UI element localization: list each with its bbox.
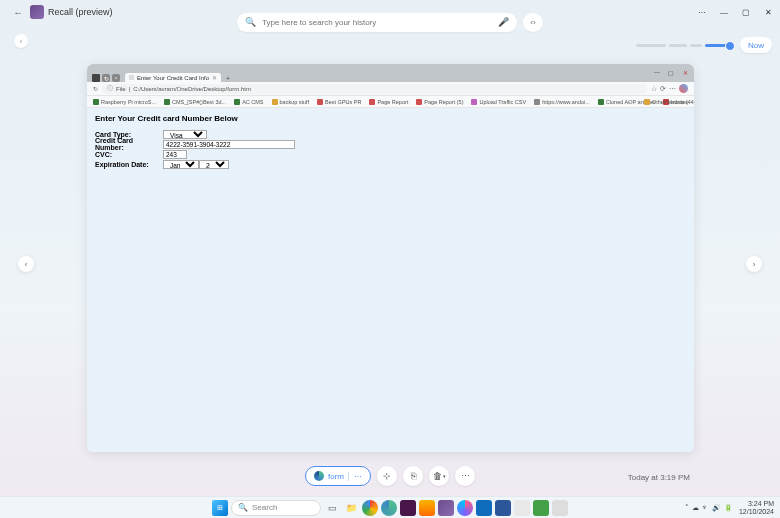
cc-number-label: Credit Card Number: (95, 137, 163, 151)
pill-label: form (328, 472, 344, 481)
explorer-icon[interactable]: 📁 (343, 500, 359, 516)
next-snapshot-button[interactable]: › (746, 256, 762, 272)
reload-icon[interactable]: ↻ (93, 85, 98, 92)
snapshot-window: ↻ ▫ Enter Your Credit Card Info ✕ + — ▢ … (87, 64, 694, 452)
tray-icon[interactable]: 🔊 (712, 504, 721, 512)
tray-icon[interactable]: 🔋 (724, 504, 733, 512)
start-button[interactable]: ⊞ (212, 500, 228, 516)
recall-icon[interactable] (438, 500, 454, 516)
bookmark-icon (416, 99, 422, 105)
other-favorites[interactable]: Other favorites (644, 99, 688, 105)
tab-pin-icon[interactable]: ▫ (112, 74, 120, 82)
addr-prefix: File (116, 86, 126, 92)
cvc-input[interactable] (163, 150, 187, 159)
bookmark-label: Raspberry Pi microS... (101, 99, 156, 105)
task-view-icon[interactable]: ▭ (324, 500, 340, 516)
browser-maximize-button[interactable]: ▢ (664, 66, 678, 78)
cc-number-input[interactable] (163, 140, 295, 149)
search-icon: 🔍 (245, 17, 256, 27)
bookmark-item[interactable]: Best GPUs PR (317, 99, 361, 105)
timeline-segment[interactable] (669, 44, 687, 47)
clock[interactable]: 3:24 PM 12/10/2024 (739, 500, 774, 516)
new-tab-button[interactable]: + (223, 74, 233, 82)
pill-more-icon[interactable]: ⋯ (348, 472, 362, 481)
star-icon[interactable]: ☆ (651, 85, 657, 93)
bookmark-label: Upload Traffic CSV (479, 99, 526, 105)
slack-icon[interactable] (400, 500, 416, 516)
windows-taskbar: ⊞ 🔍 Search ▭ 📁 ˄☁ᯤ🔊🔋 3:24 PM 12/10/2024 (0, 496, 780, 518)
mic-icon[interactable]: 🎤 (498, 17, 509, 27)
outlook-icon[interactable] (476, 500, 492, 516)
open-app-pill[interactable]: form ⋯ (305, 466, 371, 486)
extensions-icon[interactable]: ⟳ (660, 85, 666, 93)
edge-icon (314, 471, 324, 481)
app-icon[interactable] (533, 500, 549, 516)
menu-icon[interactable]: ⋯ (669, 85, 676, 93)
bookmark-item[interactable]: AC CMS (234, 99, 263, 105)
bookmark-icon (234, 99, 240, 105)
bookmark-item[interactable]: Page Report (369, 99, 408, 105)
tab-title: Enter Your Credit Card Info (137, 75, 209, 81)
chrome-icon[interactable] (362, 500, 378, 516)
exp-year-select[interactable]: 2026 (199, 160, 229, 169)
timeline-back-button[interactable]: ‹ (14, 34, 28, 48)
bookmark-label: CMS_[SP#()Best 3d... (172, 99, 226, 105)
tab-overview-icon[interactable] (92, 74, 100, 82)
bookmark-label: AC CMS (242, 99, 263, 105)
tray-icon[interactable]: ☁ (692, 504, 699, 512)
tab-pin-icon[interactable]: ↻ (102, 74, 110, 82)
snapshot-timestamp: Today at 3:19 PM (628, 473, 690, 482)
exp-month-select[interactable]: January (163, 160, 199, 169)
history-search-input[interactable] (262, 18, 492, 27)
bookmark-item[interactable]: Page Report (5) (416, 99, 463, 105)
app-icon[interactable] (419, 500, 435, 516)
delete-button[interactable]: 🗑▾ (429, 466, 449, 486)
copilot-icon[interactable] (457, 500, 473, 516)
timeline-segment[interactable] (636, 44, 666, 47)
timeline-segment[interactable] (690, 44, 702, 47)
tray-icon[interactable]: ˄ (685, 504, 689, 512)
tab-close-icon[interactable]: ✕ (212, 74, 217, 81)
folder-icon (644, 99, 650, 105)
tray-icon[interactable]: ᯤ (702, 504, 709, 512)
bookmark-item[interactable]: Upload Traffic CSV (471, 99, 526, 105)
addr-path: C:/Users/avram/OneDrive/Desktop/form.htm (133, 86, 251, 92)
page-icon (129, 75, 134, 80)
card-type-select[interactable]: Visa (163, 130, 207, 139)
browser-tab[interactable]: Enter Your Credit Card Info ✕ (125, 73, 221, 82)
now-button[interactable]: Now (740, 37, 772, 53)
code-button[interactable]: ‹› (523, 13, 543, 32)
address-bar[interactable]: ⓘ File | C:/Users/avram/OneDrive/Desktop… (102, 84, 647, 94)
browser-minimize-button[interactable]: — (650, 66, 664, 78)
history-search-box[interactable]: 🔍 🎤 (237, 13, 517, 32)
file-icon: ⓘ (107, 84, 113, 93)
timeline-segment-current[interactable] (705, 44, 733, 47)
taskbar-search[interactable]: 🔍 Search (231, 500, 321, 516)
browser-close-button[interactable]: ✕ (678, 66, 692, 78)
bookmark-item[interactable]: CMS_[SP#()Best 3d... (164, 99, 226, 105)
word-icon[interactable] (495, 500, 511, 516)
bookmark-icon (534, 99, 540, 105)
search-icon: 🔍 (238, 503, 248, 512)
bookmark-item[interactable]: https://www.andoi... (534, 99, 590, 105)
prev-snapshot-button[interactable]: ‹ (18, 256, 34, 272)
app-icon[interactable] (552, 500, 568, 516)
bookmark-item[interactable]: Raspberry Pi microS... (93, 99, 156, 105)
bookmark-icon (598, 99, 604, 105)
crop-button[interactable]: ⊹ (377, 466, 397, 486)
app-icon[interactable] (514, 500, 530, 516)
cvc-label: CVC: (95, 151, 163, 158)
form-heading: Enter Your Credit card Number Below (95, 114, 686, 123)
bookmark-label: https://www.andoi... (542, 99, 590, 105)
bookmark-label: Best GPUs PR (325, 99, 361, 105)
more-actions-button[interactable]: ⋯ (455, 466, 475, 486)
exp-label: Expiration Date: (95, 161, 163, 168)
bookmark-icon (272, 99, 278, 105)
edge-icon[interactable] (381, 500, 397, 516)
profile-avatar[interactable] (679, 84, 688, 93)
bookmarks-overflow-icon[interactable]: › (628, 99, 630, 105)
bookmark-item[interactable]: backup stuff (272, 99, 310, 105)
bookmark-label: backup stuff (280, 99, 310, 105)
timeline: Now (0, 34, 780, 56)
copy-button[interactable]: ⎘ (403, 466, 423, 486)
